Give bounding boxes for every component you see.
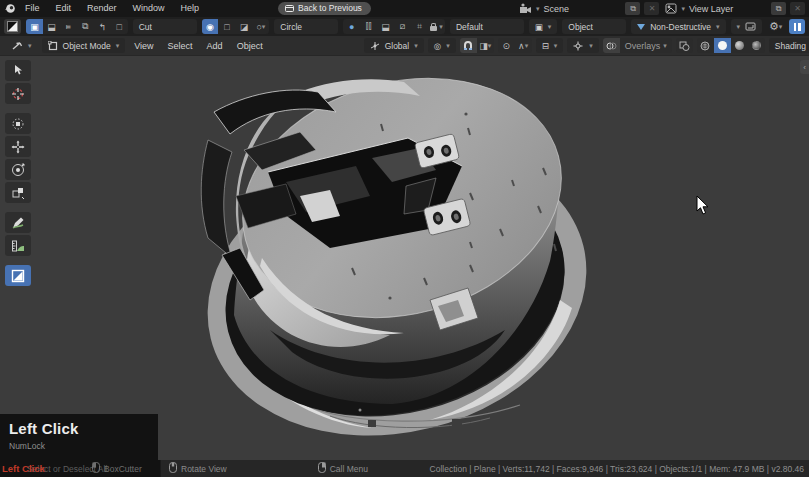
tool-annotate[interactable] bbox=[5, 212, 31, 233]
tool-measure[interactable] bbox=[5, 235, 31, 256]
editor-type-icon bbox=[11, 41, 23, 51]
screencast-modifier: NumLock bbox=[9, 441, 149, 451]
show-shape-icon[interactable]: ▣ bbox=[26, 19, 43, 34]
align-option-icon[interactable]: ⧄ bbox=[394, 19, 411, 34]
tool-rotate[interactable] bbox=[5, 136, 31, 157]
menu-edit[interactable]: Edit bbox=[49, 0, 79, 17]
live-options-group: ● ⫿⫿ ⬓ ⧄ ⌗ ▾ bbox=[343, 19, 445, 34]
scene-name[interactable]: Scene bbox=[543, 4, 621, 14]
pivot-point-dropdown[interactable]: ◎▾ bbox=[428, 38, 456, 53]
custom-shape-icon[interactable]: ○▾ bbox=[252, 19, 269, 34]
blender-logo-icon[interactable] bbox=[4, 3, 16, 14]
mirror-option-icon[interactable]: ⧉ bbox=[77, 19, 94, 34]
view-layer-name[interactable]: View Layer bbox=[689, 4, 767, 14]
status-left-block: Select or Deselect All Left Click BoxCut… bbox=[0, 460, 160, 477]
material-shading-icon[interactable] bbox=[731, 38, 748, 53]
menu-file[interactable]: File bbox=[18, 0, 47, 17]
object-mode-icon bbox=[48, 41, 58, 51]
mode-dropdown[interactable]: Object bbox=[562, 19, 626, 34]
tool-scale[interactable] bbox=[5, 159, 31, 180]
live-toggle-icon[interactable]: ● bbox=[343, 19, 360, 34]
circle-shape-icon[interactable]: ◉ bbox=[202, 19, 219, 34]
shape-dropdown[interactable]: Circle bbox=[274, 19, 338, 34]
lock-icon[interactable]: ▾ bbox=[428, 19, 445, 34]
view-layer-selector[interactable]: ▾ View Layer ⧉ ✕ bbox=[665, 2, 805, 15]
mode-icon-dropdown[interactable]: ▣▾ bbox=[529, 19, 558, 34]
transform-orientation-dropdown[interactable]: Global ▾ bbox=[364, 38, 424, 53]
back-to-previous-button[interactable]: Back to Previous bbox=[278, 2, 371, 15]
blender-window: File Edit Render Window Help Back to Pre… bbox=[0, 0, 809, 477]
surface-option-icon[interactable]: ⬓ bbox=[377, 19, 394, 34]
pivot-icon: ◎ bbox=[434, 41, 441, 51]
snap-magnet-icon[interactable] bbox=[460, 38, 477, 53]
unlink-scene-button[interactable]: ✕ bbox=[644, 2, 659, 15]
toolbar bbox=[5, 60, 31, 286]
filter-icon bbox=[637, 24, 645, 30]
rendered-shading-icon[interactable] bbox=[748, 38, 765, 53]
3d-viewport[interactable] bbox=[0, 0, 809, 477]
ngon-shape-icon[interactable]: ◪ bbox=[235, 19, 252, 34]
tool-boxcutter[interactable] bbox=[5, 265, 31, 286]
visibility-dropdown[interactable]: ⊟▾ bbox=[536, 38, 564, 53]
wedge-option-icon[interactable]: ⬓ bbox=[43, 19, 60, 34]
overlays-group: Overlays▾ bbox=[603, 38, 672, 53]
falloff-icon[interactable]: ∧▾ bbox=[515, 38, 532, 53]
solid-shading-icon[interactable] bbox=[714, 38, 731, 53]
tool-cursor[interactable] bbox=[5, 83, 31, 104]
boxcutter-logo-icon[interactable] bbox=[4, 19, 21, 34]
sidebar-toggle[interactable]: ‹ bbox=[800, 60, 809, 74]
menu-help[interactable]: Help bbox=[174, 0, 207, 17]
mouse-icon bbox=[318, 462, 326, 475]
array-option-icon[interactable]: ⫢ bbox=[60, 19, 77, 34]
behavior-dropdown[interactable]: ▾ bbox=[731, 19, 763, 34]
view-layer-icon bbox=[665, 3, 677, 14]
rotate-view-hint: Rotate View bbox=[161, 462, 235, 475]
add-menu[interactable]: Add bbox=[202, 41, 228, 51]
scene-statistics: Collection | Plane | Verts:11,742 | Face… bbox=[430, 464, 809, 474]
proportional-editing-icon[interactable]: ⊙ bbox=[498, 38, 515, 53]
behavior-icon bbox=[745, 22, 756, 31]
topbar: File Edit Render Window Help Back to Pre… bbox=[0, 0, 809, 17]
tool-transform[interactable] bbox=[5, 182, 31, 203]
editor-type-selector[interactable]: ▾ bbox=[5, 38, 38, 53]
menu-window[interactable]: Window bbox=[126, 0, 172, 17]
box-shape-icon[interactable]: □ bbox=[218, 19, 235, 34]
cut-mode-dropdown[interactable]: Cut bbox=[133, 19, 197, 34]
tool-select-box[interactable] bbox=[5, 60, 31, 81]
grid-option-icon[interactable]: ⌗ bbox=[411, 19, 428, 34]
scene-icon bbox=[519, 3, 532, 14]
view-menu[interactable]: View bbox=[129, 41, 158, 51]
wireframe-shading-icon[interactable] bbox=[697, 38, 714, 53]
mode-selector[interactable]: Object Mode ▾ bbox=[42, 38, 126, 53]
tool-move[interactable] bbox=[5, 113, 31, 134]
pause-button[interactable] bbox=[789, 19, 805, 34]
snap-target-icon[interactable]: ◨▾ bbox=[477, 38, 494, 53]
box-option-icon[interactable]: □ bbox=[111, 19, 128, 34]
gizmos-dropdown[interactable]: ▾ bbox=[567, 38, 599, 53]
scene-viewlayer-selectors: ▾ Scene ⧉ ✕ ▾ View Layer ⧉ ✕ bbox=[519, 2, 805, 15]
preset-dropdown[interactable]: Default bbox=[450, 19, 524, 34]
object-menu[interactable]: Object bbox=[232, 41, 268, 51]
overlays-dropdown[interactable]: Overlays▾ bbox=[620, 38, 672, 53]
scene-selector[interactable]: ▾ Scene ⧉ ✕ bbox=[519, 2, 660, 15]
remove-view-layer-button[interactable]: ✕ bbox=[790, 2, 805, 15]
shading-dropdown[interactable]: Shading▾ bbox=[769, 38, 809, 53]
menu-render[interactable]: Render bbox=[80, 0, 124, 17]
mouse-icon bbox=[169, 462, 177, 475]
display-options-group: ▣ ⬓ ⫢ ⧉ ↰ □ bbox=[26, 19, 128, 34]
overlays-toggle-icon[interactable] bbox=[603, 38, 620, 53]
viewport-header: ▾ Object Mode ▾ View Select Add Object G… bbox=[0, 36, 809, 55]
xray-toggle-icon[interactable] bbox=[676, 38, 693, 53]
gizmo-icon bbox=[573, 41, 584, 51]
mouse-icon bbox=[92, 462, 100, 475]
screencast-key: Left Click bbox=[9, 420, 149, 437]
dots-option-icon[interactable]: ⫿⫿ bbox=[360, 19, 377, 34]
new-view-layer-button[interactable]: ⧉ bbox=[771, 2, 786, 15]
new-scene-button[interactable]: ⧉ bbox=[625, 2, 640, 15]
visibility-icon: ⊟ bbox=[542, 41, 549, 51]
operation-dropdown[interactable]: Non-Destructive ▾ bbox=[631, 19, 725, 34]
flip-option-icon[interactable]: ↰ bbox=[94, 19, 111, 34]
settings-gear-icon[interactable]: ⚙▾ bbox=[767, 19, 784, 34]
select-menu[interactable]: Select bbox=[163, 41, 198, 51]
object-mode-mini-icon: ▣ bbox=[535, 22, 543, 32]
